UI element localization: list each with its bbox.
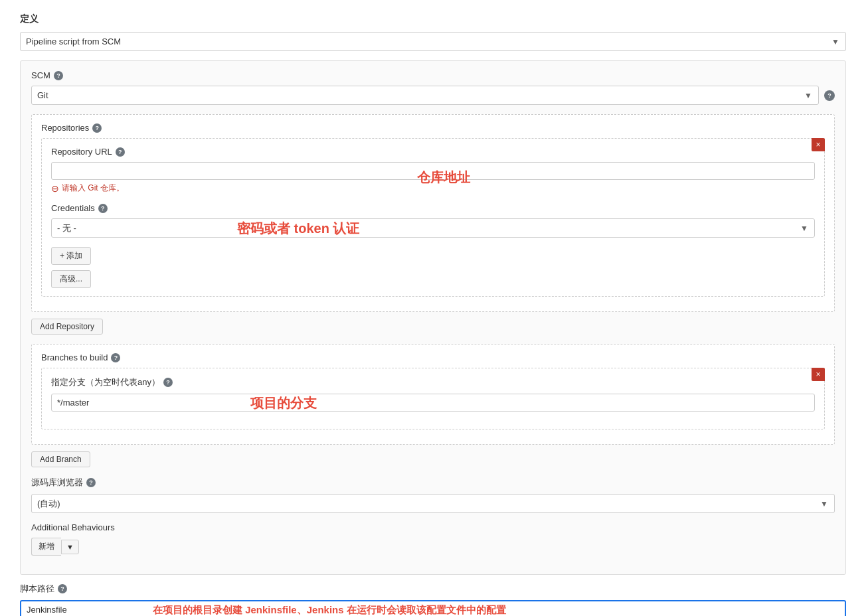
- script-path-input[interactable]: [20, 600, 846, 616]
- branch-specifier-label: 指定分支（为空时代表any）: [51, 376, 160, 388]
- add-branch-button[interactable]: Add Branch: [31, 451, 90, 467]
- credentials-label: Credentials: [51, 203, 95, 213]
- repo-url-label: Repository URL: [51, 147, 112, 157]
- branches-section: Branches to build ? × 指定分支（为空时代表any） ? 项…: [31, 344, 835, 445]
- repo-url-group: Repository URL ? 仓库地址 ⊖ 请输入 Git 仓库。: [51, 147, 815, 194]
- additional-behaviours-label: Additional Behaviours: [31, 522, 115, 532]
- branch-specifier-help-icon[interactable]: ?: [163, 378, 173, 387]
- credentials-select[interactable]: - 无 -: [51, 218, 815, 238]
- add-repository-button[interactable]: Add Repository: [31, 319, 103, 335]
- git-select[interactable]: Git: [31, 86, 819, 105]
- error-icon: ⊖: [51, 183, 59, 194]
- credentials-label-row: Credentials ?: [51, 203, 815, 213]
- script-path-input-wrapper: 在项目的根目录创建 Jenkinsfile、Jenkins 在运行时会读取该配置…: [20, 600, 846, 616]
- advanced-button[interactable]: 高级...: [51, 270, 91, 288]
- git-extra-help-icon[interactable]: ?: [824, 90, 835, 101]
- branch-input-wrapper: 项目的分支: [51, 394, 815, 412]
- add-credentials-group: + 添加: [51, 247, 815, 265]
- definition-section: 定义 Pipeline script from SCM ▼: [20, 13, 846, 51]
- source-browser-select[interactable]: (自动): [31, 494, 835, 513]
- branch-specifier-group: 指定分支（为空时代表any） ? 项目的分支: [51, 376, 815, 412]
- repo-inner: × Repository URL ? 仓库地址 ⊖ 请输入 Git 仓库。: [41, 138, 825, 297]
- additional-behaviours-label-row: Additional Behaviours: [31, 522, 835, 532]
- new-btn-group: 新增 ▼: [31, 538, 835, 556]
- repositories-help-icon[interactable]: ?: [92, 123, 102, 133]
- branch-specifier-label-row: 指定分支（为空时代表any） ?: [51, 376, 815, 388]
- repo-url-error: ⊖ 请输入 Git 仓库。: [51, 183, 815, 194]
- new-btn-main[interactable]: 新增: [31, 538, 61, 556]
- branch-specifier-input[interactable]: [51, 394, 815, 412]
- add-branch-group: Add Branch: [31, 451, 835, 467]
- branch-inner: × 指定分支（为空时代表any） ? 项目的分支: [41, 368, 825, 429]
- add-credentials-button[interactable]: + 添加: [51, 247, 91, 265]
- definition-select-wrapper: Pipeline script from SCM ▼: [20, 32, 846, 51]
- source-browser-label: 源码库浏览器: [31, 477, 83, 489]
- repo-close-button[interactable]: ×: [812, 138, 825, 151]
- branches-help-icon[interactable]: ?: [111, 353, 120, 362]
- script-path-label: 脚本路径: [20, 583, 54, 595]
- script-path-help-icon[interactable]: ?: [58, 584, 67, 593]
- scm-help-icon[interactable]: ?: [54, 71, 63, 80]
- scm-label: SCM: [31, 70, 50, 80]
- new-btn-caret[interactable]: ▼: [61, 540, 79, 554]
- branches-label-row: Branches to build ?: [41, 352, 825, 362]
- source-browser-select-wrapper: (自动) ▼: [31, 494, 835, 513]
- repo-url-input[interactable]: [51, 162, 815, 180]
- branch-close-button[interactable]: ×: [812, 368, 825, 381]
- credentials-select-wrapper: - 无 - ▼ 密码或者 token 认证: [51, 218, 815, 238]
- script-path-section: 脚本路径 ? 在项目的根目录创建 Jenkinsfile、Jenkins 在运行…: [20, 583, 846, 616]
- git-row: Git ▼ ?: [31, 86, 835, 105]
- definition-select[interactable]: Pipeline script from SCM: [20, 32, 846, 51]
- additional-behaviours-section: Additional Behaviours 新增 ▼: [31, 522, 835, 556]
- branches-label: Branches to build: [41, 352, 108, 362]
- scm-label-row: SCM ?: [31, 70, 835, 80]
- repo-url-label-row: Repository URL ?: [51, 147, 815, 157]
- credentials-group: Credentials ? - 无 - ▼ 密码或者 token 认证: [51, 203, 815, 238]
- repo-url-error-text: 请输入 Git 仓库。: [62, 183, 124, 194]
- repositories-label: Repositories: [41, 123, 89, 133]
- page-container: 定义 Pipeline script from SCM ▼ SCM ? Git …: [0, 0, 866, 616]
- repositories-label-row: Repositories ?: [41, 123, 825, 133]
- repo-url-input-wrapper: 仓库地址: [51, 162, 815, 180]
- git-select-wrapper: Git ▼: [31, 86, 819, 105]
- source-browser-section: 源码库浏览器 ? (自动) ▼: [31, 477, 835, 513]
- advanced-group: 高级...: [51, 270, 815, 288]
- source-browser-label-row: 源码库浏览器 ?: [31, 477, 835, 489]
- credentials-help-icon[interactable]: ?: [98, 204, 108, 213]
- repositories-section: Repositories ? × Repository URL ? 仓库地址: [31, 114, 835, 312]
- source-browser-help-icon[interactable]: ?: [86, 478, 96, 487]
- add-repository-group: Add Repository: [31, 319, 835, 335]
- scm-section: SCM ? Git ▼ ? Repositories ? ×: [20, 60, 846, 575]
- script-path-label-row: 脚本路径 ?: [20, 583, 846, 595]
- repo-url-help-icon[interactable]: ?: [116, 147, 125, 157]
- definition-label: 定义: [20, 13, 846, 25]
